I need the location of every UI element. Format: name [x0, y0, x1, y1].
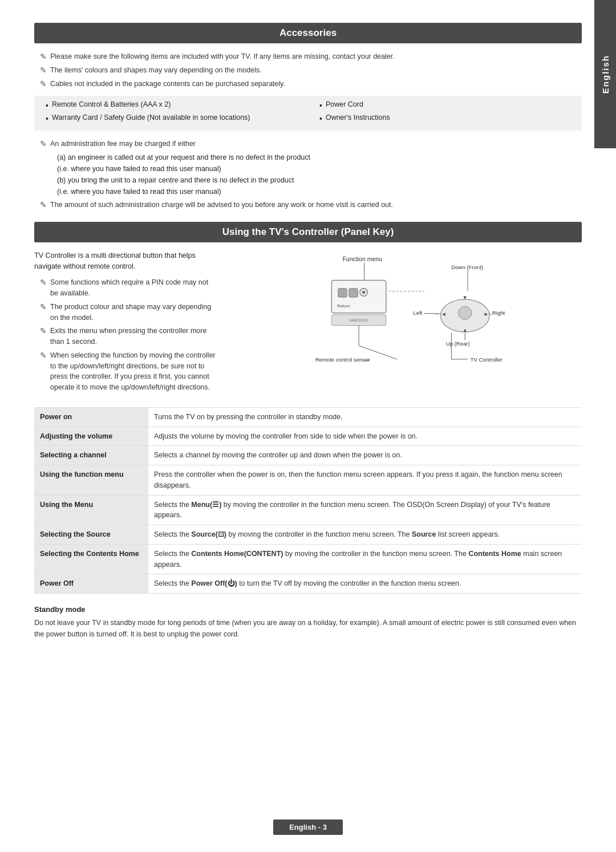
controller-note-text-1: Some functions which require a PIN code …: [50, 277, 217, 299]
bullet-item-4: • Owner's Instructions: [319, 113, 570, 125]
bullet-text-4: Owner's Instructions: [326, 113, 390, 121]
pencil-icon-8: ✎: [40, 326, 47, 335]
pencil-icon-4: ✎: [40, 139, 47, 148]
controller-left: TV Controller is a multi directional but…: [34, 250, 217, 396]
controller-note-text-2: The product colour and shape may vary de…: [50, 302, 217, 323]
bullet-dot-4: •: [319, 113, 322, 125]
bullet-text-1: Remote Control & Batteries (AAA x 2): [52, 100, 171, 108]
table-value-0: Turns the TV on by pressing the controll…: [148, 407, 582, 427]
controller-intro: TV Controller is a multi directional but…: [34, 250, 217, 272]
svg-text:▼: ▼: [463, 294, 468, 301]
svg-text:Down (Front): Down (Front): [451, 264, 483, 270]
bullet-col-1: • Remote Control & Batteries (AAA x 2) •…: [46, 100, 297, 126]
bullet-dot-1: •: [46, 100, 48, 112]
svg-text:Remote control sensor: Remote control sensor: [315, 356, 371, 363]
pencil-icon-9: ✎: [40, 351, 47, 360]
pencil-icon-7: ✎: [40, 302, 47, 311]
admin-note: ✎ An administration fee may be charged i…: [40, 139, 582, 149]
bullet-dot-3: •: [319, 100, 322, 112]
function-menu-label: Function menu: [342, 255, 382, 262]
footer-badge: English - 3: [273, 819, 343, 835]
bullet-col-2: • Power Cord • Owner's Instructions: [319, 100, 570, 126]
table-key-3: Using the function menu: [34, 465, 148, 496]
bullet-item-3: • Power Cord: [319, 100, 570, 112]
table-row: Power onTurns the TV on by pressing the …: [34, 407, 582, 427]
pencil-icon-5: ✎: [40, 200, 47, 209]
bullet-dot-2: •: [46, 113, 48, 125]
table-row: Using the MenuSelects the Menu(☰) by mov…: [34, 495, 582, 525]
bullet-section: • Remote Control & Batteries (AAA x 2) •…: [34, 96, 582, 131]
controller-section: TV Controller is a multi directional but…: [34, 250, 582, 396]
table-value-4: Selects the Menu(☰) by moving the contro…: [148, 495, 582, 525]
bullet-text-2: Warranty Card / Safety Guide (Not availa…: [52, 113, 250, 121]
svg-text:Return: Return: [337, 303, 350, 309]
accessories-note-3: ✎ Cables not included in the package con…: [34, 79, 582, 90]
table-value-1: Adjusts the volume by moving the control…: [148, 427, 582, 446]
svg-point-5: [362, 291, 366, 294]
indent-list: (a) an engineer is called out at your re…: [40, 152, 582, 197]
controller-note-2: ✎ The product colour and shape may vary …: [34, 302, 217, 323]
page-wrapper: English Accessories ✎ Please make sure t…: [0, 0, 616, 852]
controller-note-text-3: Exits the menu when pressing the control…: [50, 326, 217, 347]
table-key-2: Selecting a channel: [34, 446, 148, 465]
table-row: Selecting the Contents HomeSelects the C…: [34, 544, 582, 574]
diagram-svg: Function menu Return Down (Front): [234, 250, 582, 370]
admin-note-text: An administration fee may be charged if …: [50, 139, 196, 149]
svg-text:◄: ◄: [441, 310, 446, 317]
table-key-6: Selecting the Contents Home: [34, 544, 148, 574]
table-key-4: Using the Menu: [34, 495, 148, 525]
table-key-7: Power Off: [34, 574, 148, 594]
side-tab-text: English: [601, 55, 610, 94]
admin-last-text: The amount of such administration charge…: [50, 200, 393, 210]
accessories-note-text-2: The items' colours and shapes may vary d…: [50, 65, 262, 76]
table-key-5: Selecting the Source: [34, 525, 148, 545]
table-value-5: Selects the Source(⊡) by moving the cont…: [148, 525, 582, 545]
accessories-note-text-1: Please make sure the following items are…: [50, 51, 395, 62]
svg-text:→: →: [434, 311, 439, 317]
diagram-container: Function menu Return Down (Front): [234, 250, 582, 370]
svg-text:→: →: [488, 311, 493, 317]
bullet-item-1: • Remote Control & Batteries (AAA x 2): [46, 100, 297, 112]
table-row: Selecting a channelSelects a channel by …: [34, 446, 582, 465]
svg-rect-3: [349, 289, 358, 297]
accessories-header: Accessories: [34, 23, 582, 43]
pencil-icon-2: ✎: [40, 66, 47, 75]
standby-section: Standby mode Do not leave your TV in sta…: [34, 605, 582, 640]
table-row: Selecting the SourceSelects the Source(⊡…: [34, 525, 582, 545]
pencil-icon-1: ✎: [40, 52, 47, 61]
svg-point-11: [459, 306, 472, 319]
controller-note-3: ✎ Exits the menu when pressing the contr…: [34, 326, 217, 347]
svg-text:Right: Right: [492, 310, 505, 316]
admin-section: ✎ An administration fee may be charged i…: [34, 139, 582, 210]
controller-header: Using the TV's Controller (Panel Key): [34, 222, 582, 242]
indent-item-3: (b) you bring the unit to a repair centr…: [57, 175, 582, 186]
table-key-0: Power on: [34, 407, 148, 427]
svg-text:Left: Left: [414, 310, 423, 316]
pencil-icon-6: ✎: [40, 278, 47, 287]
svg-rect-2: [338, 289, 347, 297]
footer: English - 3: [0, 819, 616, 835]
table-row: Using the function menuPress the control…: [34, 465, 582, 496]
standby-title: Standby mode: [34, 605, 582, 614]
indent-item-4: (i.e. where you have failed to read this…: [57, 186, 582, 197]
table-value-2: Selects a channel by moving the controll…: [148, 446, 582, 465]
svg-text:Up (Rear): Up (Rear): [446, 340, 470, 347]
accessories-note-1: ✎ Please make sure the following items a…: [34, 51, 582, 62]
table-value-6: Selects the Contents Home(CONTENT) by mo…: [148, 544, 582, 574]
table-row: Adjusting the volumeAdjusts the volume b…: [34, 427, 582, 446]
svg-text:SAMSUNG: SAMSUNG: [349, 318, 368, 322]
accessories-note-text-3: Cables not included in the package conte…: [50, 79, 285, 90]
svg-text:TV Controller: TV Controller: [471, 356, 503, 363]
side-tab: English: [594, 0, 616, 148]
bullet-item-2: • Warranty Card / Safety Guide (Not avai…: [46, 113, 297, 125]
standby-text: Do not leave your TV in standby mode for…: [34, 617, 582, 640]
indent-item-2: (i.e. where you have failed to read this…: [57, 163, 582, 175]
controller-note-1: ✎ Some functions which require a PIN cod…: [34, 277, 217, 299]
controller-note-text-4: When selecting the function by moving th…: [50, 350, 217, 393]
admin-last-note: ✎ The amount of such administration char…: [40, 200, 582, 210]
pencil-icon-3: ✎: [40, 79, 47, 88]
table-value-3: Press the controller when the power is o…: [148, 465, 582, 496]
controller-right: Function menu Return Down (Front): [234, 250, 582, 396]
indent-item-1: (a) an engineer is called out at your re…: [57, 152, 582, 163]
svg-text:▲: ▲: [463, 327, 468, 333]
